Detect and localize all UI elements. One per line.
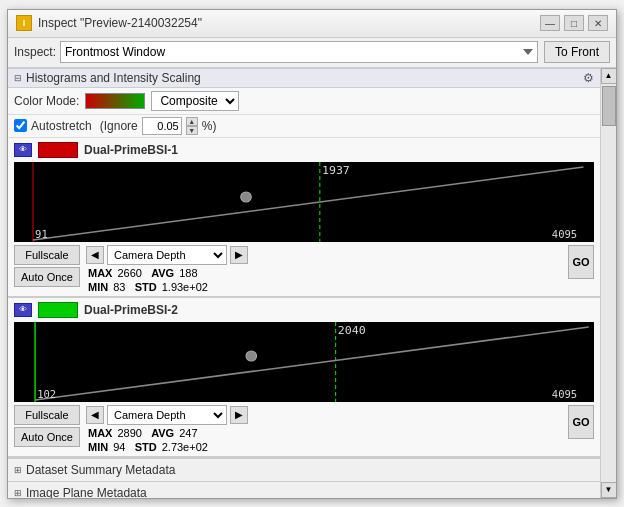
gear-icon[interactable]: ⚙ [583,71,594,85]
maximize-button[interactable]: □ [564,15,584,31]
svg-rect-8 [14,322,594,402]
svg-text:1937: 1937 [322,164,350,177]
ignore-input[interactable] [142,117,182,135]
channel2-name: Dual-PrimeBSI-2 [84,303,178,317]
channel1-histogram: 1937 91 4095 [14,162,594,242]
channel2-color-swatch [38,302,78,318]
channel1-header: 👁 Dual-PrimeBSI-1 [8,138,600,162]
channel1-auto-once-button[interactable]: Auto Once [14,267,80,287]
histograms-section-header[interactable]: ⊟ Histograms and Intensity Scaling ⚙ [8,68,600,88]
ignore-label: (Ignore [100,119,138,133]
channel1-name: Dual-PrimeBSI-1 [84,143,178,157]
scrollable-area: ⊟ Histograms and Intensity Scaling ⚙ Col… [8,68,600,498]
title-bar: I Inspect "Preview-2140032254" — □ ✕ [8,10,616,38]
channel1-depth-next-button[interactable]: ▶ [230,246,248,264]
color-mode-dropdown[interactable]: Composite [151,91,239,111]
vertical-scrollbar: ▲ ▼ [600,68,616,498]
channel2-header: 👁 Dual-PrimeBSI-2 [8,298,600,322]
scroll-down-button[interactable]: ▼ [601,482,617,498]
dataset-summary-header[interactable]: ⊞ Dataset Summary Metadata [8,459,600,481]
inspect-label: Inspect: [14,45,56,59]
scroll-thumb[interactable] [602,86,616,126]
channel1-eye-icon[interactable]: 👁 [14,143,32,157]
channel1-panel: 👁 Dual-PrimeBSI-1 [8,138,600,298]
to-front-button[interactable]: To Front [544,41,610,63]
color-mode-row: Color Mode: Composite [8,88,600,115]
app-icon: I [16,15,32,31]
channel1-go-button[interactable]: GO [568,245,594,279]
svg-rect-0 [14,162,594,242]
image-plane-header[interactable]: ⊞ Image Plane Metadata [8,482,600,498]
svg-point-4 [241,192,252,202]
toolbar: Inspect: Frontmost Window To Front [8,38,616,68]
color-swatch [85,93,145,109]
pct-label: %) [202,119,217,133]
channel1-histogram-svg: 1937 91 4095 [14,162,594,242]
image-plane-section: ⊞ Image Plane Metadata [8,481,600,498]
channel2-go-button[interactable]: GO [568,405,594,439]
dataset-summary-section: ⊞ Dataset Summary Metadata [8,458,600,481]
channel2-histogram-svg: 2040 102 4095 [14,322,594,402]
section-header-left: ⊟ Histograms and Intensity Scaling [14,71,201,85]
channel2-depth-prev-button[interactable]: ◀ [86,406,104,424]
channel2-stats-text2: MIN 94 STD 2.73e+02 [88,441,208,453]
channel2-stats-text: MAX 2890 AVG 247 [88,427,198,439]
scroll-up-button[interactable]: ▲ [601,68,617,84]
minimize-button[interactable]: — [540,15,560,31]
svg-text:2040: 2040 [338,324,366,337]
channel1-stats-text: MAX 2660 AVG 188 [88,267,198,279]
channel2-eye-icon[interactable]: 👁 [14,303,32,317]
main-window: I Inspect "Preview-2140032254" — □ ✕ Ins… [7,9,617,499]
color-mode-label: Color Mode: [14,94,79,108]
spin-up-button[interactable]: ▲ [186,117,198,126]
collapse-icon: ⊟ [14,73,22,83]
spin-down-button[interactable]: ▼ [186,126,198,135]
autostretch-label: Autostretch [31,119,92,133]
channel1-color-swatch [38,142,78,158]
expand-icon-dataset: ⊞ [14,465,22,475]
autostretch-row: Autostretch (Ignore ▲ ▼ %) [8,115,600,138]
svg-text:4095: 4095 [552,228,577,240]
channel2-panel: 👁 Dual-PrimeBSI-2 [8,298,600,458]
channel1-depth-prev-button[interactable]: ◀ [86,246,104,264]
window-title: Inspect "Preview-2140032254" [38,16,202,30]
channel1-depth-dropdown[interactable]: Camera Depth [107,245,227,265]
channel2-depth-dropdown[interactable]: Camera Depth [107,405,227,425]
svg-text:102: 102 [37,388,56,400]
title-bar-left: I Inspect "Preview-2140032254" [16,15,202,31]
channel2-histogram: 2040 102 4095 [14,322,594,402]
close-button[interactable]: ✕ [588,15,608,31]
svg-point-12 [246,351,257,361]
inspect-dropdown[interactable]: Frontmost Window [60,41,538,63]
autostretch-checkbox[interactable] [14,119,27,132]
channel1-fullscale-button[interactable]: Fullscale [14,245,80,265]
channel1-stats-text2: MIN 83 STD 1.93e+02 [88,281,208,293]
channel2-fullscale-button[interactable]: Fullscale [14,405,80,425]
main-content: ⊟ Histograms and Intensity Scaling ⚙ Col… [8,68,616,498]
channel2-depth-next-button[interactable]: ▶ [230,406,248,424]
histograms-title: Histograms and Intensity Scaling [26,71,201,85]
dataset-summary-title: Dataset Summary Metadata [26,463,175,477]
svg-text:91: 91 [35,228,48,240]
ignore-spinner: ▲ ▼ [186,117,198,135]
channel2-auto-once-button[interactable]: Auto Once [14,427,80,447]
svg-text:4095: 4095 [552,388,577,400]
image-plane-title: Image Plane Metadata [26,486,147,498]
expand-icon-image-plane: ⊞ [14,488,22,498]
title-controls: — □ ✕ [540,15,608,31]
